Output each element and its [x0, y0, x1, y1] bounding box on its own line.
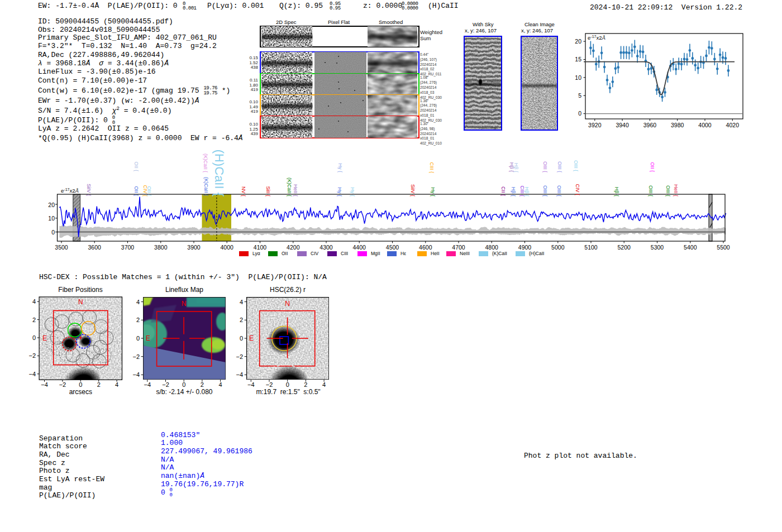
svg-text:e-17x2Å: e-17x2Å	[588, 35, 605, 41]
svg-text:3920: 3920	[588, 122, 602, 128]
svg-text:3960: 3960	[643, 122, 657, 128]
svg-text:4: 4	[322, 381, 326, 388]
svg-text:10: 10	[575, 74, 581, 81]
svg-text:−4: −4	[247, 381, 255, 388]
svg-text:3940: 3940	[616, 122, 629, 128]
svg-text:4: 4	[240, 299, 243, 305]
svg-text:3980: 3980	[671, 122, 684, 128]
svg-text:4020: 4020	[726, 122, 740, 128]
svg-text:5: 5	[578, 92, 581, 99]
svg-text:0: 0	[286, 381, 289, 388]
svg-text:0: 0	[578, 110, 581, 117]
svg-text:0: 0	[240, 335, 243, 342]
svg-text:−4: −4	[236, 371, 244, 378]
svg-text:20: 20	[575, 38, 581, 45]
svg-text:4000: 4000	[698, 122, 712, 128]
svg-text:2: 2	[240, 317, 243, 323]
svg-text:−2: −2	[266, 381, 273, 388]
svg-text:2: 2	[304, 381, 307, 388]
svg-text:m:19.7 re:1.5" s:0.5": m:19.7 re:1.5" s:0.5"	[256, 388, 320, 396]
svg-text:15: 15	[575, 56, 581, 63]
svg-text:−2: −2	[236, 353, 244, 360]
